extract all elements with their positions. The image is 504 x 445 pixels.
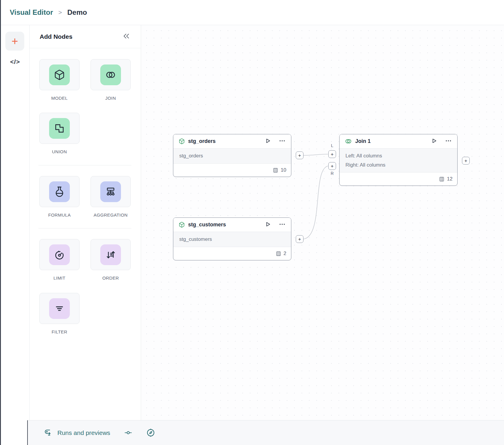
node-stg-orders[interactable]: stg_orders stg_o [173, 134, 291, 177]
node-title: stg_orders [188, 138, 261, 144]
column-count: 10 [281, 167, 286, 173]
node-stg-customers-body: stg_customers [173, 232, 291, 247]
join-right-port-label: R [328, 171, 336, 176]
filter-lines-icon [49, 298, 70, 319]
columns-icon [439, 176, 445, 182]
columns-icon [273, 167, 278, 173]
node-stg-customers[interactable]: stg_customers st [173, 217, 291, 260]
node-stg-orders-header: stg_orders [173, 134, 291, 148]
palette-tile-filter [39, 293, 80, 324]
breadcrumb-visual-editor[interactable]: Visual Editor [10, 8, 53, 17]
run-node-button[interactable] [431, 138, 437, 145]
palette-tile-formula [39, 176, 80, 207]
add-nodes-panel-header: Add Nodes [30, 25, 141, 48]
flow-canvas[interactable]: stg_orders stg_o [141, 25, 504, 420]
node-menu-button[interactable] [445, 138, 452, 145]
node-model-name: stg_customers [179, 236, 285, 243]
palette-divider [38, 228, 131, 228]
ellipsis-icon [279, 138, 286, 145]
port-join-output[interactable]: + [462, 157, 470, 165]
palette-item-order[interactable]: ORDER [91, 239, 131, 280]
palette-item-union[interactable]: UNION [39, 113, 80, 154]
palette-label-model: MODEL [51, 96, 67, 101]
play-icon [265, 138, 271, 145]
explore-button[interactable] [146, 428, 155, 437]
top-header: Visual Editor > Demo [1, 0, 504, 25]
node-join-1-header: Join 1 [340, 134, 457, 148]
ellipsis-icon [279, 221, 286, 228]
flask-icon [49, 181, 70, 202]
palette-tile-aggregation [91, 176, 131, 207]
runs-and-previews-toggle[interactable]: Runs and previews [44, 428, 110, 437]
cube-icon [49, 65, 70, 85]
node-model-name: stg_orders [179, 152, 285, 160]
join-left-columns: Left: All columns [345, 152, 451, 160]
palette-label-formula: FORMULA [48, 212, 71, 217]
collapse-panel-button[interactable] [122, 33, 130, 40]
palette-label-limit: LIMIT [54, 275, 65, 280]
palette-label-order: ORDER [102, 275, 119, 280]
node-stg-customers-footer: 2 [173, 247, 291, 260]
palette-label-aggregation: AGGREGATION [94, 212, 128, 217]
breadcrumb: Visual Editor > Demo [10, 8, 87, 17]
edge-customers-to-join-right [303, 166, 328, 239]
column-count: 2 [284, 251, 286, 257]
node-menu-button[interactable] [279, 138, 286, 145]
sort-arrows-icon [100, 244, 121, 265]
run-node-button[interactable] [265, 138, 271, 145]
gauge-icon [49, 244, 70, 265]
runs-flow-icon [44, 428, 53, 437]
plus-icon: + [464, 158, 467, 163]
edge-orders-to-join-left [303, 154, 328, 155]
column-count: 12 [447, 176, 453, 182]
join-left-port-label: L [328, 143, 336, 148]
plus-icon: + [12, 36, 18, 47]
port-stg-orders-output[interactable]: + [296, 151, 303, 159]
palette-item-limit[interactable]: LIMIT [39, 239, 80, 280]
palette-item-formula[interactable]: FORMULA [39, 176, 80, 217]
node-stg-orders-footer: 10 [173, 164, 291, 177]
node-join-1-body: Left: All columns Right: All columns [340, 148, 457, 172]
port-join-right-input[interactable]: + [328, 162, 336, 170]
port-join-left-input[interactable]: + [328, 150, 336, 158]
palette-item-join[interactable]: JOIN [91, 59, 131, 101]
breadcrumb-current-page: Demo [67, 8, 87, 17]
add-nodes-panel: Add Nodes MODEL [29, 25, 141, 420]
palette-label-join: JOIN [105, 96, 116, 101]
aggregation-tree-icon [100, 181, 121, 202]
visual-editor-app: Visual Editor > Demo + </> Add Nodes [0, 0, 504, 445]
node-stg-customers-header: stg_customers [173, 218, 291, 232]
node-join-1-footer: 12 [340, 172, 457, 186]
runs-and-previews-label: Runs and previews [57, 429, 110, 436]
overlap-circles-icon [100, 65, 121, 85]
join-right-columns: Right: All columns [345, 161, 451, 169]
squares-union-icon [49, 118, 70, 139]
commit-history-button[interactable] [124, 428, 133, 437]
plus-icon: + [331, 164, 334, 169]
palette-label-filter: FILTER [52, 329, 67, 334]
cube-icon [179, 138, 185, 144]
git-commit-icon [124, 428, 133, 437]
port-stg-customers-output[interactable]: + [296, 235, 303, 243]
play-icon [431, 138, 437, 145]
run-node-button[interactable] [265, 221, 271, 228]
left-toolbar-rail: + </> [1, 25, 29, 445]
plus-icon: + [298, 153, 301, 158]
columns-icon [276, 251, 281, 257]
node-join-1[interactable]: Join 1 Left: All [339, 134, 458, 186]
palette-tile-union [39, 113, 80, 144]
palette-item-filter[interactable]: FILTER [39, 293, 80, 334]
code-view-button[interactable]: </> [1, 58, 29, 65]
node-menu-button[interactable] [279, 221, 286, 228]
plus-icon: + [298, 237, 301, 242]
plus-icon: + [331, 152, 334, 157]
node-stg-orders-body: stg_orders [173, 148, 291, 164]
palette-item-aggregation[interactable]: AGGREGATION [91, 176, 131, 217]
cube-icon [179, 222, 185, 228]
add-node-button[interactable]: + [5, 32, 24, 51]
ellipsis-icon [445, 138, 452, 145]
palette-tile-model [39, 59, 80, 90]
runs-and-previews-bar: Runs and previews [27, 420, 504, 445]
overlap-circles-icon [345, 138, 352, 144]
palette-item-model[interactable]: MODEL [39, 59, 80, 101]
